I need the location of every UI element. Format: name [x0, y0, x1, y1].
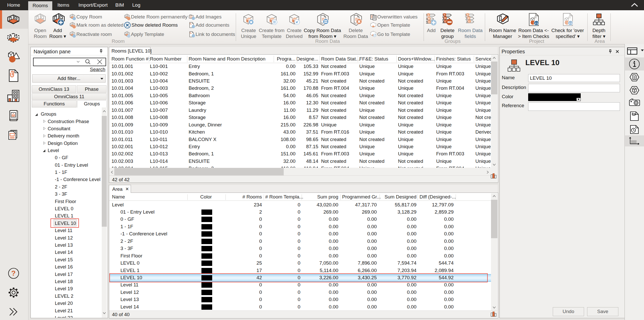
- svg-text:1:1: 1:1: [535, 22, 538, 25]
- svg-text:Σ: Σ: [426, 21, 427, 24]
- svg-text:C: C: [445, 20, 446, 23]
- svg-text:B: B: [428, 17, 430, 20]
- svg-text:C: C: [468, 20, 470, 23]
- svg-text:B: B: [444, 17, 446, 19]
- svg-text:Σ: Σ: [426, 17, 427, 20]
- svg-text:A: A: [428, 14, 430, 16]
- svg-text:A: A: [444, 14, 446, 16]
- svg-text:C: C: [428, 21, 430, 23]
- svg-text:A: A: [467, 14, 469, 16]
- svg-text:1:1: 1:1: [569, 22, 573, 25]
- svg-text:B: B: [468, 17, 470, 19]
- svg-text:?: ?: [11, 269, 16, 277]
